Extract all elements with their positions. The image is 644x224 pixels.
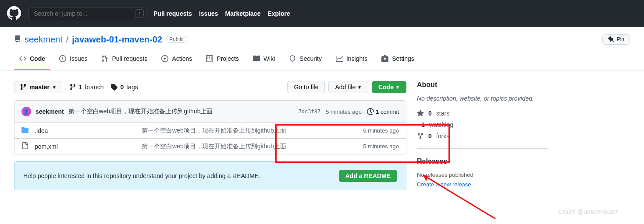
main-column: master ▼ 1 branch 0 tags Go to file Add … (14, 81, 406, 190)
repo-link[interactable]: javaweb-01-maven-02 (72, 35, 162, 45)
repo-tabs: Code Issues Pull requests Actions Projec… (14, 52, 630, 70)
code-button[interactable]: Code▼ (372, 81, 406, 93)
commit-count: 1 (376, 108, 379, 115)
caret-icon: ▼ (357, 85, 362, 90)
tab-code[interactable]: Code (14, 52, 50, 70)
create-release-link[interactable]: Create a new release (417, 181, 471, 188)
branches-link[interactable]: 1 branch (69, 84, 104, 91)
tab-label: Projects (217, 55, 239, 62)
watching-stat[interactable]: 1watching (417, 121, 548, 128)
table-row: .idea 第一个空白web项目，现在开始准备上传到github上面 5 min… (14, 123, 406, 139)
commit-author[interactable]: seekment (36, 108, 64, 115)
tab-label: Actions (172, 55, 192, 62)
pin-label: Pin (617, 36, 624, 42)
file-header: master ▼ 1 branch 0 tags Go to file Add … (14, 81, 406, 93)
stars-count: 0 (428, 110, 432, 117)
folder-icon (21, 126, 28, 135)
watching-count: 1 (421, 121, 425, 128)
file-name-link[interactable]: pom.xml (35, 143, 58, 150)
repo-icon (14, 35, 21, 45)
tab-pull-requests[interactable]: Pull requests (96, 52, 153, 70)
global-nav: Pull requests Issues Marketplace Explore (153, 10, 290, 17)
file-commit-msg[interactable]: 第一个空白web项目，现在开始准备上传到github上面 (142, 127, 286, 134)
goto-file-button[interactable]: Go to file (287, 81, 325, 93)
file-name-link[interactable]: .idea (35, 127, 48, 134)
tab-label: Wiki (263, 55, 275, 62)
tab-insights[interactable]: Insights (331, 52, 373, 70)
search-input[interactable] (28, 7, 146, 20)
nav-pull-requests[interactable]: Pull requests (153, 10, 192, 17)
pin-icon (608, 36, 614, 42)
tags-link[interactable]: 0 tags (110, 84, 138, 91)
commit-message[interactable]: 第一个空白web项目，现在开始准备上传到github上面 (68, 108, 213, 116)
repo-title: seekment / javaweb-01-maven-02 Public Pi… (14, 34, 630, 45)
fork-icon (417, 133, 424, 140)
pin-button[interactable]: Pin (602, 34, 630, 45)
stars-stat[interactable]: 0stars (417, 110, 548, 117)
main-container: master ▼ 1 branch 0 tags Go to file Add … (0, 70, 644, 190)
stars-label: stars (436, 110, 449, 117)
about-title: About (417, 81, 548, 89)
tab-settings[interactable]: Settings (376, 52, 420, 70)
branch-icon (20, 84, 27, 91)
separator: / (66, 35, 69, 45)
nav-issues[interactable]: Issues (199, 10, 218, 17)
tab-label: Issues (70, 55, 87, 62)
tab-label: Settings (392, 55, 414, 62)
commit-time[interactable]: 5 minutes ago (326, 108, 362, 115)
star-icon (417, 110, 424, 117)
forks-label: forks (436, 133, 449, 140)
repo-header: seekment / javaweb-01-maven-02 Public Pi… (0, 27, 644, 70)
latest-commit: 👤 seekment 第一个空白web项目，现在开始准备上传到github上面 … (14, 101, 406, 123)
tags-count-label: tags (126, 84, 138, 91)
file-actions: Go to file Add file▼ Code▼ (287, 81, 406, 93)
branch-name: master (29, 84, 50, 91)
forks-count: 0 (428, 133, 432, 140)
branch-select[interactable]: master ▼ (14, 81, 62, 93)
tab-security[interactable]: Security (284, 52, 327, 70)
tab-issues[interactable]: Issues (54, 52, 93, 70)
caret-icon: ▼ (52, 85, 57, 90)
branch-count-label: branch (85, 84, 104, 91)
file-time: 5 minutes ago (363, 143, 399, 150)
watching-label: watching (429, 121, 453, 128)
search-box: / (28, 7, 146, 20)
commit-sha[interactable]: 7dc3f87 (299, 108, 321, 115)
nav-marketplace[interactable]: Marketplace (225, 10, 261, 17)
history-icon (367, 108, 374, 115)
tags-count: 0 (120, 84, 124, 91)
tab-label: Code (30, 55, 45, 62)
file-list: 👤 seekment 第一个空白web项目，现在开始准备上传到github上面 … (14, 100, 406, 154)
nav-explore[interactable]: Explore (267, 10, 290, 17)
github-logo[interactable] (7, 6, 21, 21)
tag-icon (110, 84, 117, 91)
file-time: 5 minutes ago (363, 127, 399, 134)
add-readme-button[interactable]: Add a README (339, 170, 397, 182)
add-file-button[interactable]: Add file▼ (328, 81, 368, 93)
file-commit-msg[interactable]: 第一个空白web项目，现在开始准备上传到github上面 (142, 143, 286, 150)
commit-count-label: commit (381, 108, 399, 115)
sidebar: About No description, website, or topics… (417, 81, 548, 190)
tab-label: Insights (346, 55, 367, 62)
avatar[interactable]: 👤 (21, 107, 31, 116)
branch-icon (69, 84, 76, 91)
forks-stat[interactable]: 0forks (417, 133, 548, 140)
releases-title: Releases (417, 158, 548, 165)
commits-link[interactable]: 1 commit (367, 108, 399, 115)
tab-label: Security (299, 55, 322, 62)
file-icon (21, 142, 28, 150)
table-row: pom.xml 第一个空白web项目，现在开始准备上传到github上面 5 m… (14, 139, 406, 154)
search-slash-hint: / (135, 9, 144, 18)
code-label: Code (378, 84, 394, 91)
readme-text: Help people interested in this repositor… (23, 172, 260, 179)
tab-wiki[interactable]: Wiki (248, 52, 280, 70)
owner-link[interactable]: seekment (25, 35, 63, 45)
add-file-label: Add file (335, 84, 356, 91)
visibility-badge: Public (166, 36, 187, 43)
watermark: CSDN @amcomputer (558, 208, 618, 215)
caret-icon: ▼ (395, 85, 400, 90)
global-header: / Pull requests Issues Marketplace Explo… (0, 0, 644, 27)
tab-projects[interactable]: Projects (201, 52, 244, 70)
tab-label: Pull requests (112, 55, 147, 62)
tab-actions[interactable]: Actions (156, 52, 197, 70)
